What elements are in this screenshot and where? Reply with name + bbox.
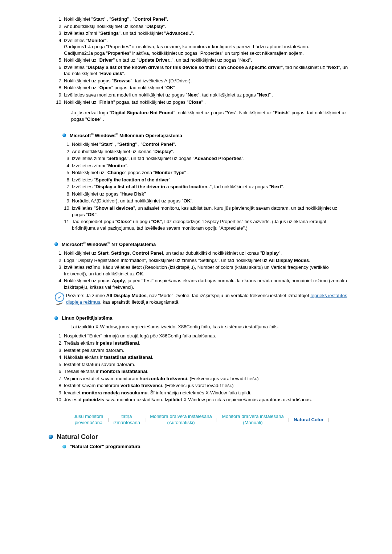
note-icon: ✓ [54,292,65,305]
step: Norādiet A:\(D:\driver), un tad noklikšķ… [72,198,348,204]
bullet-icon [62,134,66,137]
tab-driver-manual[interactable]: Monitora draivera instalēšana(Manuāli) [222,413,284,426]
step: Noklikšķiniet uz "Finish" pogas, tad nok… [64,99,348,106]
step: Noklikšķiniet uz pogas "Have Disk" [72,191,348,197]
section-header-linux: Linux Operētājsistēma [54,315,348,321]
tab-natural-color[interactable]: Natural Color [294,416,323,423]
natural-color-sub: "Natural Color" programmatūra [62,443,348,450]
tab-separator: | [288,416,289,423]
step: Izvēlieties režīmu, kādu vēlaties lietot… [64,264,348,277]
step: Izvēlieties "Show all devices", un atlas… [72,205,348,218]
tab-separator: | [144,416,146,423]
tab-driver-auto[interactable]: Monitora draivera instalēšana(Automātisk… [150,413,212,426]
step: Nospiediet "Enter" pirmajā un otrajā log… [64,333,348,339]
natural-color-heading: Natural Color [49,432,348,441]
step: Izvēlieties "Monitor". Gadījums1:Ja poga… [64,37,348,57]
step: Izvēlieties sava monitora modeli un nokl… [64,92,348,98]
step: Iestatiet tastatūru savam datoram. [64,361,348,368]
install-steps-nt: Noklikšķiniet uz Start, Settings, Contro… [54,250,348,290]
install-steps-me: Noklikšķiniet "Start" , "Setting" , "Con… [62,141,348,231]
step: Noklikšķiniet uz "Change" pogas zonā "Mo… [72,169,348,176]
hand-icon [55,301,64,305]
step: Logā "Display Registration Information",… [64,257,348,264]
linux-intro: Lai izpildītu X-Window, jums nepieciešam… [70,324,348,330]
bullet-icon [49,435,53,439]
step: Noklikšķiniet uz pogas Apply, ja pēc "Te… [64,278,348,290]
step: Trešais ekrāns ir monitora iestatīšanai. [64,368,348,375]
step: Trešais ekrāns ir peles iestatīšanai. [64,340,348,346]
step: Noklikšķiniet uz "Open" pogas, tad nokli… [64,85,348,91]
step: Tad nospiediet pogu "Close" un pogu "OK"… [72,218,348,231]
case2: Gadījums2:Ja poga "Properties" ir aktīva… [64,50,348,57]
step: Ar dubultklikšķi noklikšķiniet uz ikonas… [64,23,348,30]
check-icon: ✓ [58,295,62,300]
tab-separator: | [328,416,329,423]
step: Noklikšķiniet "Start" , "Setting" , "Con… [72,141,348,148]
step: Noklikšķiniet uz Start, Settings, Contro… [64,250,348,257]
tab-separator: | [108,416,109,423]
install-steps-windows: Noklikšķiniet "Start" , "Setting" , "Con… [54,16,348,105]
step: Ar dubultklikšķi noklikšķiniet uz ikonas… [72,148,348,155]
tab-monitor-connection[interactable]: Jūsu monitorapievienošana [74,413,103,426]
step: Izvēlieties zīmni "Settings", un tad nok… [64,30,348,37]
step: Izvēlieties zīmni "Monitor". [72,163,348,169]
step: Izvēlieties "Display a list of the known… [64,64,348,77]
step: Noklikšķiniet uz "Driver" un tad uz "Upd… [64,57,348,63]
install-steps-linux: Nospiediet "Enter" pirmajā un otrajā log… [54,333,348,403]
sig-note: Ja jūs redzat logu "Digital Signature No… [71,110,348,122]
step: Izvēlieties zīmni "Settings", un tad nok… [72,155,348,162]
tab-nav: Jūsu monitorapievienošana | tatņaizmanto… [54,413,348,426]
step: Izvēlieties "Specify the location of the… [72,177,348,183]
step: Vispirms iestatiet savam monitoram horiz… [64,376,348,382]
step: Nākošais ekrāns ir tastatūras atlasīšana… [64,354,348,361]
step: Iestatiet savam monitoram vertikālo frek… [64,382,348,389]
step: Jūs esat pabeidzis sava monitora uzstādī… [64,397,348,403]
bullet-icon [54,242,58,246]
bullet-icon [62,445,66,448]
note-block: ✓ Piezīme: Ja zīmnē All Display Modes, n… [54,292,348,305]
case1: Gadījums1:Ja poga "Properties" ir neaktī… [64,44,348,50]
step: Noklikšķiniet uz pogas "Browse", tad izv… [64,78,348,84]
bullet-icon [54,316,58,320]
step: Noklikšķiniet "Start" , "Setting" , "Con… [64,16,348,22]
tab-stand-usage[interactable]: tatņaizmantošana [113,413,140,426]
tab-separator: | [216,416,217,423]
section-header-me: Microsoft® Windows® Millennium Operētājs… [62,132,348,139]
step: Iestatiet peli savam datoram. [64,347,348,354]
step: Ievadiet monitora modeļa nosaukumu. Šī i… [64,390,348,396]
section-header-nt: Microsoft® Windows® NT Operētājsistēma [54,241,348,248]
step: Izvēlieties "Display a list of all the d… [72,184,348,190]
